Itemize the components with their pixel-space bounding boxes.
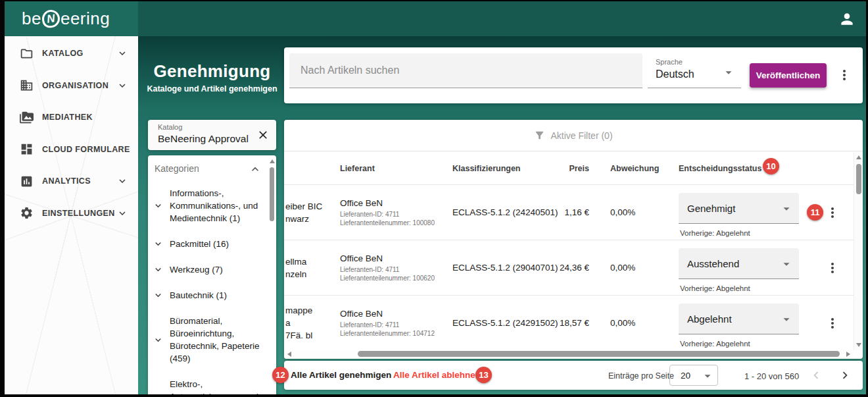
sidebar-item-label: MEDIATHEK: [42, 113, 93, 122]
category-label: Werkzeug (7): [170, 263, 266, 276]
scroll-down-arrow-icon[interactable]: [856, 343, 861, 347]
supplier-id: Lieferanten-ID: 4711: [340, 210, 450, 219]
supplier-name: Office BeN: [340, 198, 450, 208]
status-value: Genehmigt: [687, 203, 735, 214]
annotation-badge-13: 13: [475, 367, 492, 383]
chevron-down-icon[interactable]: [153, 200, 164, 211]
supplier-part-number: Lieferantenteilenummer: 104712: [340, 329, 450, 338]
scrollbar-thumb[interactable]: [856, 164, 861, 194]
language-select[interactable]: Sprache Deutsch: [648, 53, 741, 88]
top-bar: beNeering: [5, 1, 866, 36]
logo-band: beNeering: [5, 1, 138, 36]
sidebar-item-analytics[interactable]: ANALYTICS: [5, 165, 138, 198]
column-header-price: Preis: [544, 164, 589, 173]
previous-page-button[interactable]: [809, 368, 823, 383]
approve-all-button[interactable]: Alle Artikel genehmigen: [291, 370, 391, 380]
category-item[interactable]: Elektro-, Automatisierungs- und Prozessl…: [148, 371, 267, 394]
category-item[interactable]: Informations-, Kommunikations-, und Medi…: [148, 180, 267, 231]
table-horizontal-scrollbar[interactable]: [284, 350, 854, 359]
logo-emblem-icon: N: [41, 9, 60, 28]
sidebar-item-einstellungen[interactable]: EINSTELLUNGEN: [5, 198, 138, 230]
categories-scrollbar[interactable]: [268, 159, 276, 394]
status-select[interactable]: Genehmigt: [679, 193, 799, 224]
close-icon[interactable]: [256, 128, 270, 142]
column-header-status: Entscheidungsstatus: [679, 164, 761, 173]
price-cell: 1,16 €: [541, 185, 589, 240]
article-name-clipped: eiber BIC nwarz: [285, 185, 322, 240]
supplier-name: Office BeN: [340, 309, 450, 319]
category-label: Elektro-, Automatisierungs- und Prozessl…: [170, 378, 266, 394]
main-content: Genehmigung Kataloge und Artikel genehmi…: [138, 36, 866, 394]
chevron-down-icon[interactable]: [153, 334, 164, 346]
chevron-down-icon[interactable]: [153, 264, 164, 275]
previous-status: Vorherige: Abgelehnt: [680, 284, 750, 292]
folder-icon: [20, 47, 34, 61]
chevron-down-icon: [721, 65, 736, 80]
chevron-down-icon[interactable]: [153, 290, 164, 301]
sidebar-item-mediathek[interactable]: MEDIATHEK: [5, 101, 138, 134]
chevron-down-icon: [116, 80, 128, 92]
scroll-left-arrow-icon[interactable]: [287, 352, 291, 357]
scrollbar-thumb[interactable]: [270, 167, 274, 221]
chevron-up-icon[interactable]: [249, 163, 262, 176]
scroll-right-arrow-icon[interactable]: [846, 352, 850, 357]
table-row: mappe a 7Fä. bl Office BeN Lieferanten-I…: [284, 295, 854, 350]
pagination-range: 1 - 20 von 560: [744, 371, 799, 381]
catalog-value: BeNeering Approval: [158, 133, 249, 145]
status-value: Ausstehend: [687, 258, 739, 269]
publish-button[interactable]: Veröffentlichen: [750, 63, 827, 88]
app-window: beNeering KATALOG ORGANISATION MEDIATHEK…: [5, 1, 866, 394]
reject-all-button[interactable]: Alle Artikel ablehnen: [393, 370, 481, 380]
row-kebab-menu-icon[interactable]: [825, 315, 840, 331]
table-body: eiber BIC nwarz Office BeN Lieferanten-I…: [284, 184, 854, 350]
page-title: Genehmigung: [145, 61, 279, 82]
sidebar-item-katalog[interactable]: KATALOG: [5, 38, 138, 70]
category-item[interactable]: Büromaterial, Büroeinrichtung, Bürotechn…: [148, 308, 267, 371]
sidebar: KATALOG ORGANISATION MEDIATHEK CLOUD FOR…: [5, 36, 138, 394]
page-size-select[interactable]: 20: [669, 365, 718, 386]
price-cell: 24,36 €: [541, 240, 589, 295]
scrollbar-thumb[interactable]: [358, 351, 840, 357]
scroll-up-arrow-icon[interactable]: [270, 159, 275, 163]
beneering-logo: beNeering: [22, 9, 110, 29]
sidebar-item-label: ANALYTICS: [42, 176, 91, 186]
chevron-down-icon[interactable]: [153, 238, 164, 250]
next-page-button[interactable]: [838, 368, 852, 383]
filter-funnel-icon: [534, 130, 545, 141]
status-value: Abgelehnt: [687, 313, 732, 325]
article-name-clipped: mappe a 7Fä. bl: [285, 296, 312, 350]
sidebar-item-organisation[interactable]: ORGANISATION: [5, 70, 138, 102]
dashboard-icon: [20, 142, 34, 156]
row-kebab-menu-icon[interactable]: [825, 205, 840, 221]
media-library-icon: [20, 111, 34, 124]
supplier-id: Lieferanten-ID: 4711: [340, 265, 450, 274]
logo-prefix: be: [22, 9, 41, 29]
status-select[interactable]: Abgelehnt: [679, 304, 799, 334]
row-kebab-menu-icon[interactable]: [825, 260, 840, 276]
category-item[interactable]: Packmittel (16): [148, 231, 267, 257]
user-icon[interactable]: [838, 11, 856, 28]
supplier-part-number: Lieferantenteilenummer: 100620: [340, 274, 450, 282]
category-item[interactable]: Bautechnik (1): [148, 282, 267, 308]
previous-status: Vorherige: Abgelehnt: [680, 340, 750, 348]
building-icon: [20, 78, 34, 92]
search-input[interactable]: [289, 53, 642, 88]
active-filters-bar[interactable]: Aktive Filter (0): [284, 120, 863, 151]
table-row: ellma nzeln Office BeN Lieferanten-ID: 4…: [284, 240, 854, 295]
status-select[interactable]: Ausstehend: [679, 248, 799, 279]
kebab-menu-icon[interactable]: [836, 67, 852, 83]
supplier-name: Office BeN: [340, 253, 450, 263]
logo-suffix: eering: [60, 9, 110, 29]
deviation-cell: 0,00%: [610, 296, 635, 350]
table-vertical-scrollbar[interactable]: [854, 152, 863, 350]
annotation-badge-11: 11: [807, 204, 823, 221]
supplier-cell: Office BeN Lieferanten-ID: 4711 Lieferan…: [340, 296, 450, 350]
category-item[interactable]: Werkzeug (7): [148, 257, 267, 282]
catalog-filter-chip[interactable]: Katalog BeNeering Approval: [148, 120, 276, 150]
article-name-clipped: ellma nzeln: [285, 240, 306, 295]
page-title-block: Genehmigung Kataloge und Artikel genehmi…: [145, 61, 279, 93]
sidebar-item-cloud-formulare[interactable]: CLOUD FORMULARE: [5, 134, 138, 166]
scroll-up-arrow-icon[interactable]: [856, 155, 861, 159]
chevron-down-icon[interactable]: [153, 391, 164, 394]
supplier-cell: Office BeN Lieferanten-ID: 4711 Lieferan…: [340, 240, 450, 295]
